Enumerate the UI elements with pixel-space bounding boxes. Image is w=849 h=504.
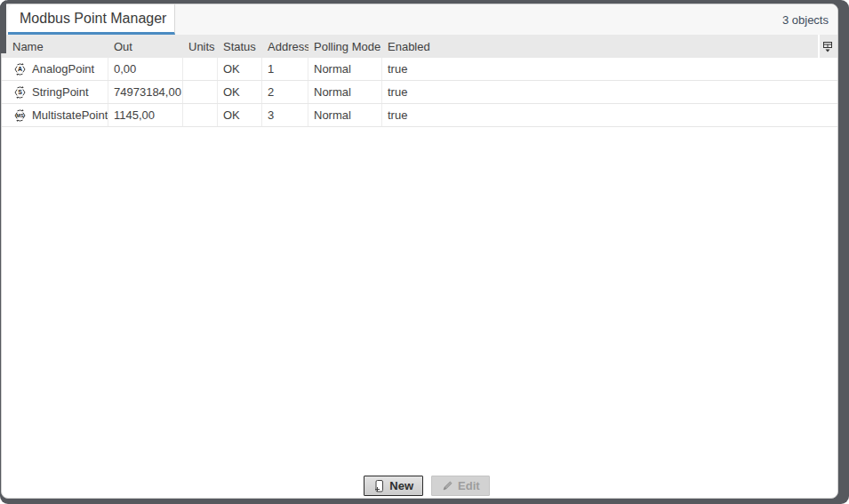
cell-status: OK xyxy=(218,58,262,80)
cell-out: 0,00 xyxy=(108,58,183,80)
column-header-units[interactable]: Units xyxy=(183,35,218,58)
point-name: AnalogPoint xyxy=(32,62,94,76)
table-options-button[interactable] xyxy=(818,35,835,58)
modbus-point-manager-window: { "window": { "objects_count": "3 object… xyxy=(0,0,849,504)
table-row-analog-point[interactable]: A AnalogPoint 0,00 OK 1 Normal true xyxy=(2,58,837,81)
string-point-icon: S xyxy=(12,85,28,100)
column-header-polling-mode[interactable]: Polling Mode xyxy=(308,35,382,58)
cell-name: MS MultistatePoint xyxy=(2,104,108,126)
svg-text:A: A xyxy=(18,66,22,72)
tab-bar: Modbus Point Manager 3 objects xyxy=(2,4,837,35)
table-header-row: Name Out Units Status Address Polling Mo… xyxy=(2,35,837,58)
svg-text:MS: MS xyxy=(16,113,24,118)
analog-point-icon: A xyxy=(12,62,28,76)
tab-title: Modbus Point Manager xyxy=(20,11,166,27)
pencil-icon xyxy=(441,480,453,492)
column-header-status[interactable]: Status xyxy=(218,35,262,58)
cell-enabled: true xyxy=(382,58,835,80)
frame-corner-cap xyxy=(0,0,6,53)
column-header-enabled[interactable]: Enabled xyxy=(382,35,818,58)
point-name: MultistatePoint xyxy=(32,108,108,122)
multistate-point-icon: MS xyxy=(12,108,28,123)
manager-panel: Modbus Point Manager 3 objects Name Out … xyxy=(1,4,838,499)
cell-out: 1145,00 xyxy=(108,104,183,126)
cell-polling-mode: Normal xyxy=(308,58,382,80)
cell-address: 1 xyxy=(262,58,308,80)
new-document-icon xyxy=(373,479,385,493)
point-name: StringPoint xyxy=(32,85,89,99)
tab-modbus-point-manager[interactable]: Modbus Point Manager xyxy=(8,4,175,35)
cell-name: S StringPoint xyxy=(2,81,108,103)
objects-count-label: 3 objects xyxy=(782,13,829,27)
edit-button[interactable]: Edit xyxy=(431,476,490,496)
cell-units xyxy=(183,104,218,126)
cell-status: OK xyxy=(218,104,262,126)
column-header-address[interactable]: Address xyxy=(262,35,308,58)
cell-status: OK xyxy=(218,81,262,103)
table-row-multistate-point[interactable]: MS MultistatePoint 1145,00 OK 3 Normal t… xyxy=(2,104,837,127)
cell-address: 3 xyxy=(262,104,308,126)
new-button[interactable]: New xyxy=(364,476,423,496)
cell-polling-mode: Normal xyxy=(308,81,382,103)
cell-name: A AnalogPoint xyxy=(2,58,108,80)
edit-button-label: Edit xyxy=(458,479,480,492)
cell-units xyxy=(183,81,218,103)
table-row-string-point[interactable]: S StringPoint 74973184,00 OK 2 Normal tr… xyxy=(2,81,837,104)
cell-address: 2 xyxy=(262,81,308,103)
cell-enabled: true xyxy=(382,81,835,103)
table-options-icon xyxy=(822,41,833,52)
column-header-name[interactable]: Name xyxy=(2,35,108,58)
cell-polling-mode: Normal xyxy=(308,104,382,126)
cell-enabled: true xyxy=(382,104,835,126)
cell-out: 74973184,00 xyxy=(108,81,183,103)
tab-bar-fill: 3 objects xyxy=(175,4,837,35)
svg-text:S: S xyxy=(18,89,22,95)
new-button-label: New xyxy=(389,479,413,492)
cell-units xyxy=(183,58,218,80)
column-header-out[interactable]: Out xyxy=(108,35,183,58)
footer-button-bar: New Edit xyxy=(9,476,838,496)
